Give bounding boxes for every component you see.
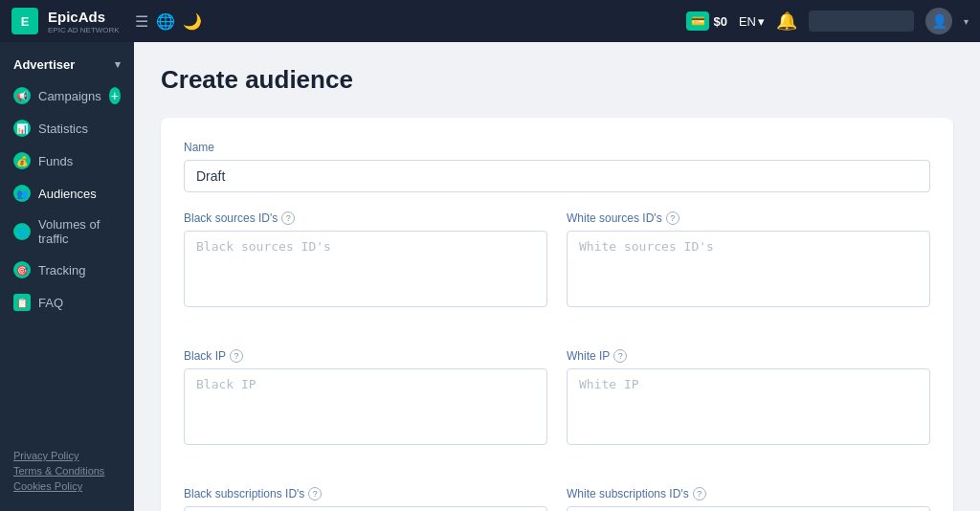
sidebar-item-faq[interactable]: 📋 FAQ — [0, 286, 134, 319]
sidebar-item-audiences[interactable]: 👥 Audiences — [0, 177, 134, 210]
sidebar-footer: Privacy Policy Terms & Conditions Cookie… — [0, 440, 134, 501]
tracking-icon: 🎯 — [13, 261, 31, 278]
sidebar: Advertiser ▾ 📢 Campaigns + 📊 Statistics … — [0, 42, 134, 511]
search-input[interactable] — [809, 11, 914, 32]
black-subs-help-icon[interactable]: ? — [308, 487, 322, 500]
sidebar-chevron-icon[interactable]: ▾ — [115, 58, 121, 71]
logo-subtitle: EPIC AD NETWORK — [48, 26, 120, 34]
logo-icon: E — [11, 8, 38, 34]
balance-value: $0 — [713, 14, 726, 29]
nav-icons: ☰ 🌐 🌙 — [135, 12, 202, 31]
white-ip-field-group: White IP ? — [567, 349, 930, 449]
black-sources-label: Black sources ID's ? — [184, 211, 547, 225]
content-area: Create audience Name Black sources ID's … — [134, 42, 980, 511]
sidebar-item-tracking[interactable]: 🎯 Tracking — [0, 254, 134, 286]
white-subs-label: White subscriptions ID's ? — [567, 487, 930, 500]
privacy-policy-link[interactable]: Privacy Policy — [13, 450, 121, 461]
white-sources-label: White sources ID's ? — [567, 211, 930, 225]
statistics-icon: 📊 — [13, 120, 31, 137]
white-subs-help-icon[interactable]: ? — [693, 487, 706, 500]
black-sources-input[interactable] — [184, 231, 547, 307]
volumes-icon: 🌐 — [13, 223, 31, 240]
faq-icon: 📋 — [13, 294, 31, 311]
black-sources-help-icon[interactable]: ? — [281, 211, 295, 225]
white-subs-field-group: White subscriptions ID's ? — [567, 487, 930, 511]
cookies-link[interactable]: Cookies Policy — [13, 480, 121, 492]
audiences-icon: 👥 — [13, 185, 31, 202]
main-layout: Advertiser ▾ 📢 Campaigns + 📊 Statistics … — [0, 42, 980, 511]
subscriptions-row: Black subscriptions ID's ? White subscri… — [184, 487, 930, 511]
white-subs-input[interactable] — [567, 506, 930, 511]
sidebar-section-header: Advertiser ▾ — [0, 52, 134, 79]
black-ip-input[interactable] — [184, 368, 547, 445]
wallet-icon: 💳 — [686, 11, 709, 31]
sidebar-label-statistics: Statistics — [38, 122, 88, 136]
black-sources-field-group: Black sources ID's ? — [184, 211, 547, 311]
create-audience-form: Name Black sources ID's ? White sources … — [161, 118, 953, 511]
sidebar-label-audiences: Audiences — [38, 187, 97, 201]
sidebar-item-campaigns[interactable]: 📢 Campaigns + — [0, 79, 134, 112]
funds-icon: 💰 — [13, 152, 31, 169]
globe-icon[interactable]: 🌐 — [156, 12, 175, 31]
language-selector[interactable]: EN ▾ — [739, 14, 765, 29]
sidebar-label-campaigns: Campaigns — [38, 89, 101, 103]
sidebar-section-label: Advertiser — [13, 57, 75, 72]
topnav-right: 💳 $0 EN ▾ 🔔 👤 ▾ — [686, 8, 969, 34]
name-label: Name — [184, 141, 930, 154]
black-ip-help-icon[interactable]: ? — [230, 349, 243, 363]
ip-row: Black IP ? White IP ? — [184, 349, 930, 468]
topnav: E EpicAds EPIC AD NETWORK ☰ 🌐 🌙 💳 $0 EN … — [0, 0, 980, 42]
black-subs-label: Black subscriptions ID's ? — [184, 487, 547, 500]
campaigns-icon: 📢 — [13, 87, 31, 104]
sidebar-label-tracking: Tracking — [38, 263, 85, 278]
white-sources-input[interactable] — [567, 231, 930, 307]
white-ip-help-icon[interactable]: ? — [613, 349, 627, 363]
white-sources-field-group: White sources ID's ? — [567, 211, 930, 311]
sidebar-label-funds: Funds — [38, 154, 73, 168]
white-ip-input[interactable] — [567, 368, 930, 445]
sidebar-item-funds[interactable]: 💰 Funds — [0, 144, 134, 177]
avatar[interactable]: 👤 — [925, 8, 952, 34]
black-ip-field-group: Black IP ? — [184, 349, 547, 449]
sidebar-item-statistics[interactable]: 📊 Statistics — [0, 112, 134, 144]
avatar-caret-icon[interactable]: ▾ — [964, 16, 969, 27]
sidebar-item-volumes[interactable]: 🌐 Volumes of traffic — [0, 210, 134, 254]
terms-link[interactable]: Terms & Conditions — [13, 465, 121, 477]
name-input[interactable] — [184, 160, 930, 192]
black-subs-input[interactable] — [184, 506, 547, 511]
notifications-icon[interactable]: 🔔 — [776, 11, 797, 32]
sidebar-label-volumes: Volumes of traffic — [38, 217, 121, 246]
black-subs-field-group: Black subscriptions ID's ? — [184, 487, 547, 511]
logo-name: EpicAds — [48, 9, 105, 25]
page-title: Create audience — [161, 65, 953, 95]
balance-area: 💳 $0 — [686, 11, 726, 31]
white-sources-help-icon[interactable]: ? — [666, 211, 679, 225]
moon-icon[interactable]: 🌙 — [183, 12, 202, 31]
sidebar-label-faq: FAQ — [38, 296, 63, 310]
white-ip-label: White IP ? — [567, 349, 930, 363]
menu-icon[interactable]: ☰ — [135, 12, 148, 31]
logo-area: EpicAds EPIC AD NETWORK — [48, 9, 120, 34]
black-ip-label: Black IP ? — [184, 349, 547, 363]
sources-row: Black sources ID's ? White sources ID's … — [184, 211, 930, 330]
name-field-group: Name — [184, 141, 930, 192]
campaigns-add-button[interactable]: + — [109, 87, 121, 104]
